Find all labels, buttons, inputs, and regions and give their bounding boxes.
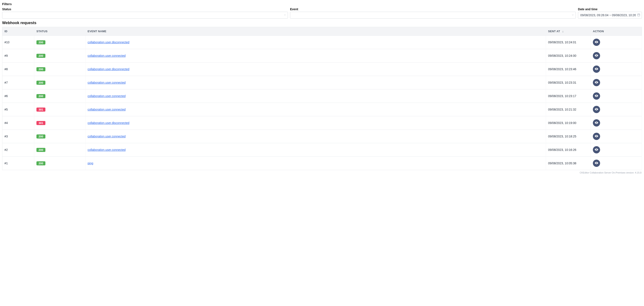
event-name-link[interactable]: collaboration.user.disconnected	[88, 67, 129, 71]
row-status-cell: 200	[34, 157, 86, 170]
event-name-link[interactable]: collaboration.user.connected	[88, 108, 126, 111]
row-action-cell	[591, 116, 642, 130]
row-action-cell	[591, 49, 642, 63]
row-id: #3	[2, 130, 34, 143]
row-status-cell: 301	[34, 103, 86, 116]
row-action-cell	[591, 89, 642, 103]
table-row: #10200collaboration.user.disconnected09/…	[2, 36, 642, 49]
status-badge: 200	[36, 67, 46, 71]
column-header-sent[interactable]: SENT AT ↓	[546, 27, 591, 36]
filter-status: Status	[2, 8, 288, 19]
row-sent-at: 09/08/2023, 10:23:31	[546, 76, 591, 89]
date-filter-label: Date and time	[578, 8, 642, 11]
column-header-event[interactable]: EVENT NAME	[86, 27, 546, 36]
view-button[interactable]	[593, 160, 600, 167]
row-event-cell: collaboration.user.disconnected	[86, 63, 546, 76]
row-event-cell: collaboration.user.connected	[86, 49, 546, 63]
status-badge: 301	[36, 107, 46, 112]
filter-date: Date and time	[578, 8, 642, 19]
row-status-cell: 200	[34, 89, 86, 103]
eye-icon	[594, 134, 598, 139]
event-name-link[interactable]: collaboration.user.connected	[88, 94, 126, 98]
row-event-cell: collaboration.user.connected	[86, 89, 546, 103]
event-name-link[interactable]: collaboration.user.connected	[88, 135, 126, 138]
event-filter-label: Event	[290, 8, 576, 11]
column-header-status[interactable]: STATUS	[34, 27, 86, 36]
row-sent-at: 09/08/2023, 10:23:46	[546, 63, 591, 76]
row-sent-at: 09/08/2023, 10:16:26	[546, 143, 591, 157]
row-status-cell: 200	[34, 49, 86, 63]
row-sent-at: 09/08/2023, 10:05:38	[546, 157, 591, 170]
footer-version: CKEditor Collaboration Server On-Premise…	[2, 171, 642, 174]
row-action-cell	[591, 130, 642, 143]
column-header-id[interactable]: ID	[2, 27, 34, 36]
row-id: #7	[2, 76, 34, 89]
row-status-cell: 200	[34, 76, 86, 89]
status-badge: 200	[36, 148, 46, 152]
view-button[interactable]	[593, 39, 600, 46]
status-badge: 200	[36, 40, 46, 44]
row-action-cell	[591, 103, 642, 116]
event-name-link[interactable]: collaboration.user.disconnected	[88, 121, 129, 125]
view-button[interactable]	[593, 106, 600, 113]
table-row: #4301collaboration.user.disconnected09/0…	[2, 116, 642, 130]
view-button[interactable]	[593, 52, 600, 59]
row-id: #2	[2, 143, 34, 157]
row-id: #8	[2, 63, 34, 76]
event-name-link[interactable]: collaboration.user.disconnected	[88, 41, 129, 44]
table-row: #9200collaboration.user.connected09/08/2…	[2, 49, 642, 63]
row-action-cell	[591, 143, 642, 157]
row-event-cell: collaboration.user.disconnected	[86, 116, 546, 130]
row-sent-at: 09/08/2023, 10:24:00	[546, 49, 591, 63]
filters-row: Status Event Date and time	[2, 8, 642, 19]
eye-icon	[594, 67, 598, 71]
view-button[interactable]	[593, 66, 600, 73]
row-action-cell	[591, 157, 642, 170]
status-badge: 200	[36, 134, 46, 138]
table-title: Webhook requests	[2, 21, 642, 25]
row-sent-at: 09/08/2023, 10:21:32	[546, 103, 591, 116]
table-row: #7200collaboration.user.connected09/08/2…	[2, 76, 642, 89]
status-badge: 200	[36, 81, 46, 85]
row-event-cell: collaboration.user.disconnected	[86, 36, 546, 49]
event-name-link[interactable]: collaboration.user.connected	[88, 148, 126, 151]
row-id: #1	[2, 157, 34, 170]
table-row: #5301collaboration.user.connected09/08/2…	[2, 103, 642, 116]
row-action-cell	[591, 36, 642, 49]
date-range-input[interactable]	[578, 12, 642, 19]
status-badge: 200	[36, 161, 46, 165]
view-button[interactable]	[593, 146, 600, 154]
table-row: #2200collaboration.user.connected09/08/2…	[2, 143, 642, 157]
view-button[interactable]	[593, 92, 600, 100]
row-id: #5	[2, 103, 34, 116]
row-sent-at: 09/08/2023, 10:23:17	[546, 89, 591, 103]
event-name-link[interactable]: collaboration.user.connected	[88, 54, 126, 57]
status-filter-label: Status	[2, 8, 288, 11]
row-event-cell: collaboration.user.connected	[86, 130, 546, 143]
row-event-cell: collaboration.user.connected	[86, 76, 546, 89]
eye-icon	[594, 121, 598, 125]
eye-icon	[594, 80, 598, 85]
eye-icon	[594, 107, 598, 112]
eye-icon	[594, 54, 598, 58]
row-action-cell	[591, 63, 642, 76]
filter-event: Event	[290, 8, 576, 19]
row-sent-at: 09/08/2023, 10:18:25	[546, 130, 591, 143]
event-name-link[interactable]: ping	[88, 162, 93, 165]
eye-icon	[594, 40, 598, 45]
event-filter-select[interactable]	[290, 12, 576, 19]
view-button[interactable]	[593, 79, 600, 86]
eye-icon	[594, 161, 598, 166]
row-status-cell: 200	[34, 36, 86, 49]
event-name-link[interactable]: collaboration.user.connected	[88, 81, 126, 84]
eye-icon	[594, 94, 598, 98]
status-badge: 200	[36, 94, 46, 98]
filters-heading: Filters	[2, 2, 642, 6]
row-sent-at: 09/08/2023, 10:19:00	[546, 116, 591, 130]
view-button[interactable]	[593, 119, 600, 126]
view-button[interactable]	[593, 133, 600, 140]
status-filter-select[interactable]	[2, 12, 288, 19]
table-row: #6200collaboration.user.connected09/08/2…	[2, 89, 642, 103]
column-header-action[interactable]: ACTION	[591, 27, 642, 36]
row-sent-at: 09/08/2023, 10:24:01	[546, 36, 591, 49]
